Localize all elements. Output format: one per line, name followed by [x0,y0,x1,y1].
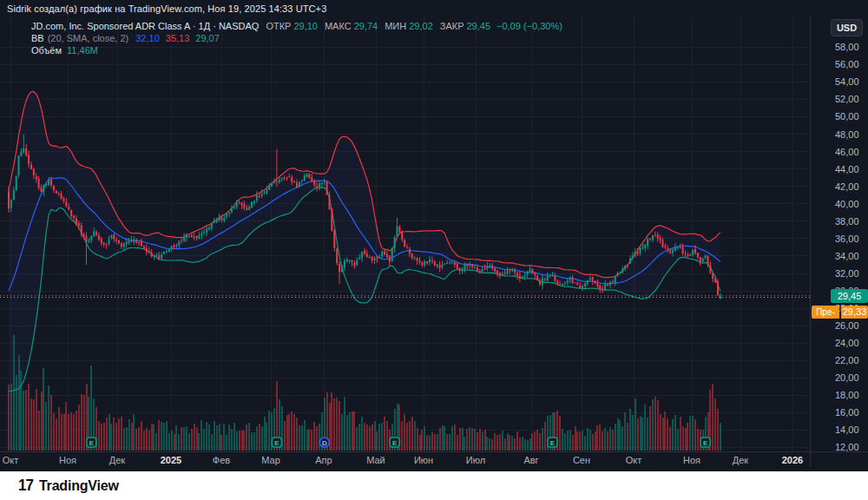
price-tick-label: 32,00 [835,268,859,279]
change-value: −0,09 (−0,30%) [496,21,562,31]
time-tick-label: Ноя [50,455,85,465]
low-label: МИН [385,21,406,31]
time-tick-label: Май [358,455,393,465]
volume-value: 11,46М [67,45,98,56]
symbol-legend-row[interactable]: JD.com, Inc. Sponsored ADR Class A · 1Д … [31,20,562,32]
open-label: ОТКР [266,21,291,31]
price-tick-label: 34,00 [835,251,859,261]
time-tick-label: Дек [100,455,135,465]
price-scale[interactable]: 58,0056,0054,0052,0050,0048,0046,0044,00… [810,0,868,471]
svg-text:E: E [89,439,95,447]
price-tick-label: 56,00 [835,59,859,69]
bb-upper-value: 35,13 [166,33,190,43]
close-value: 29,45 [466,21,490,31]
price-tick-label: 36,00 [835,234,859,244]
tradingview-logo-link[interactable]: 17 TradingView [18,477,119,495]
price-tick-label: 16,00 [835,407,859,418]
price-tick-label: 42,00 [835,181,859,192]
time-tick-label: Дек [723,455,758,465]
chart-legend: JD.com, Inc. Sponsored ADR Class A · 1Д … [31,20,562,56]
volume-legend-row[interactable]: Объём11,46М [31,44,562,56]
svg-text:E: E [392,439,398,447]
price-tick-label: 22,00 [835,355,859,365]
volume-label: Объём [31,45,62,56]
tradingview-logo-icon: 17 [18,477,33,495]
time-tick-label: Мар [253,455,288,465]
low-value: 29,02 [409,21,433,31]
price-tick-label: 40,00 [835,199,859,209]
price-tick-label: 24,00 [835,338,859,348]
bb-name: BB [31,33,44,43]
premarket-price-badge: 29,33 [841,306,868,319]
time-tick-label: 2026 [775,455,810,465]
high-value: 29,74 [354,21,378,31]
price-tick-label: 26,00 [835,320,859,331]
price-tick-label: 46,00 [835,147,859,157]
price-tick-label: 50,00 [835,111,859,122]
time-tick-label: Июн [406,455,441,465]
price-tick-label: 14,00 [835,424,859,435]
earnings-marker-icon[interactable]: E [87,438,96,447]
chart-pane[interactable]: EEDEEE [0,0,868,471]
price-tick-label: 44,00 [835,164,859,174]
svg-text:E: E [703,439,708,447]
price-tick-label: 18,00 [835,390,859,400]
time-tick-label: Апр [306,455,341,465]
time-tick-label: Окт [616,455,651,465]
tradingview-brand-text: TradingView [39,478,119,494]
dividend-marker-icon[interactable]: D [319,438,329,447]
footer-bar: 17 TradingView [0,471,868,500]
price-tick-label: 38,00 [835,216,859,227]
premarket-session-tag: Пре- [812,306,839,319]
price-tick-label: 58,00 [835,42,859,52]
bollinger-legend-row[interactable]: BB(20, SMA, close, 2)32,1035,1329,07 [31,32,562,44]
earnings-marker-icon[interactable]: E [700,438,710,447]
tradingview-snapshot: Sidrik создал(а) график на TradingView.c… [0,0,868,500]
high-label: МАКС [325,21,352,31]
time-tick-label: Ноя [674,455,709,465]
bb-params: (20, SMA, close, 2) [48,33,129,43]
time-tick-label: Авг [514,455,549,465]
earnings-marker-icon[interactable]: E [390,438,399,447]
time-tick-label: Окт [0,455,28,465]
close-label: ЗАКР [440,21,464,31]
price-tick-label: 52,00 [835,94,859,104]
earnings-marker-icon[interactable]: E [548,438,557,447]
svg-text:D: D [322,439,327,447]
price-tick-label: 54,00 [835,76,859,87]
bb-lower-value: 29,07 [195,33,220,43]
time-scale[interactable]: ОктНояДек2025ФевМарАпрМайИюнИюлАвгСенОкт… [0,452,810,466]
currency-button[interactable]: USD [831,19,863,36]
last-price-badge: 29,45 [831,289,868,303]
symbol-title: JD.com, Inc. Sponsored ADR Class A · 1Д … [31,21,259,31]
open-value: 29,10 [293,21,318,31]
earnings-marker-icon[interactable]: E [272,438,281,447]
bb-basis-value: 32,10 [135,33,160,43]
svg-text:E: E [550,439,556,447]
time-tick-label: Июл [458,455,493,465]
svg-text:E: E [274,439,279,447]
price-tick-label: 20,00 [835,372,859,383]
time-tick-label: Сен [564,455,599,465]
price-tick-label: 48,00 [835,129,859,140]
price-tick-label: 12,00 [835,442,859,452]
time-tick-label: 2025 [154,455,188,465]
time-tick-label: Фев [204,455,239,465]
